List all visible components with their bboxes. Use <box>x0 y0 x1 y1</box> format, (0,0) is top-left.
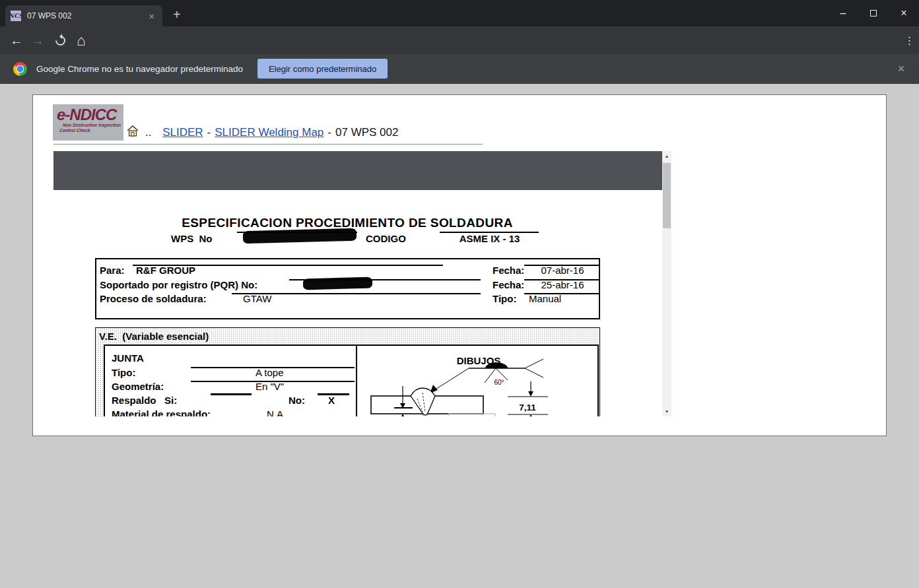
content-container: e-NDICC Non Destructive Inspection Contr… <box>32 94 887 436</box>
para-label: Para: <box>100 265 125 276</box>
fecha1-value: 07-abr-16 <box>526 265 599 276</box>
junta-tipo-value: A tope <box>255 367 284 378</box>
weld-bead <box>411 388 435 415</box>
tab-close-icon[interactable]: × <box>146 11 157 22</box>
geometria-label: Geometría: <box>112 381 164 392</box>
header-info-box: Para: R&F GROUP Fecha: 07-abr-16 Soporta… <box>95 258 600 319</box>
para-value: R&F GROUP <box>136 265 195 276</box>
logo-title: e-NDICC <box>53 107 123 123</box>
tab-title: 07 WPS 002 <box>27 11 146 20</box>
pqr-underline <box>289 279 481 280</box>
tipo-value: Manual <box>529 293 561 304</box>
scrollbar-thumb[interactable] <box>663 163 671 228</box>
fecha2-label: Fecha: <box>493 279 524 290</box>
browser-tab[interactable]: NCS 07 WPS 002 × <box>5 5 162 26</box>
ve-header: V.E. (Variable esencial) <box>99 331 209 342</box>
breadcrumb-rule <box>53 144 483 145</box>
maximize-button[interactable] <box>858 0 889 26</box>
breadcrumb-link-welding-map[interactable]: SLIDER Welding Map <box>215 126 323 139</box>
tipo-label: Tipo: <box>493 293 516 304</box>
endicc-logo: e-NDICC Non Destructive Inspection Contr… <box>53 104 123 141</box>
codigo-label: CODIGO <box>366 233 406 244</box>
logo-subtitle-2: Control Check <box>53 128 123 133</box>
menu-dots-icon[interactable]: ⋮ <box>900 26 919 54</box>
ve-inner-box: JUNTA Tipo: A tope Geometría: En "V" Res… <box>104 344 599 416</box>
site-favicon: NCS <box>11 11 21 21</box>
maximize-icon <box>870 10 877 16</box>
browser-toolbar: ← → ⌂ i No es seguro evirtual/documentos… <box>0 26 919 54</box>
respaldo-no-value: X <box>328 395 335 406</box>
home-icon[interactable]: ⌂ <box>71 26 91 54</box>
respaldo-no-label: No: <box>289 395 305 406</box>
wps-no-redaction <box>243 228 357 244</box>
breadcrumb-link-slider[interactable]: SLIDER <box>162 126 203 139</box>
close-window-button[interactable]: × <box>889 0 919 26</box>
ve-section: V.E. (Variable esencial) JUNTA Tipo: A t… <box>95 327 600 416</box>
codigo-underline <box>440 232 539 233</box>
chrome-logo-icon <box>13 62 27 76</box>
browser-titlebar: NCS 07 WPS 002 × + – × <box>0 0 919 26</box>
junta-tipo-label: Tipo: <box>112 367 135 378</box>
scroll-down-icon[interactable]: ▾ <box>662 407 671 416</box>
back-icon[interactable]: ← <box>7 26 26 54</box>
set-default-button[interactable]: Elegir como predeterminado <box>257 59 388 79</box>
forward-icon[interactable]: → <box>28 26 48 54</box>
fecha1-underline <box>524 265 599 266</box>
groove-angle: 60° <box>494 379 504 386</box>
proceso-value: GTAW <box>243 293 271 304</box>
infobar-close-icon[interactable]: × <box>893 54 910 84</box>
breadcrumb-home-icon[interactable] <box>127 125 139 140</box>
wps-document: ESPECIFICACION PROCEDIMIENTO DE SOLDADUR… <box>53 151 662 416</box>
document-scrollbar[interactable]: ▴ ▾ <box>662 151 671 416</box>
logo-subtitle-1: Non Destructive Inspection <box>53 123 123 128</box>
wps-no-underline <box>237 232 357 233</box>
default-browser-infobar: Google Chrome no es tu navegador predete… <box>0 54 919 84</box>
reload-icon[interactable] <box>50 26 70 54</box>
breadcrumb-dots: .. <box>145 126 151 139</box>
scroll-up-icon[interactable]: ▴ <box>662 151 671 161</box>
breadcrumb: .. SLIDER - SLIDER Welding Map - 07 WPS … <box>127 124 398 141</box>
breadcrumb-separator-2: - <box>327 126 331 139</box>
proceso-label: Proceso de soldadura: <box>100 293 207 304</box>
material-label: Material de respaldo: <box>112 408 211 416</box>
breadcrumb-separator: - <box>207 126 211 139</box>
geometria-underline <box>191 381 355 382</box>
pqr-label: Soportado por registro (PQR) No: <box>100 279 257 290</box>
minimize-button[interactable]: – <box>828 0 858 26</box>
tipo-underline <box>524 293 599 294</box>
infobar-message: Google Chrome no es tu navegador predete… <box>36 64 243 74</box>
fecha1-label: Fecha: <box>493 265 524 276</box>
proceso-underline <box>232 293 481 294</box>
weld-drawing: DIBUJOS 60° <box>355 346 599 416</box>
breadcrumb-current: 07 WPS 002 <box>335 126 398 139</box>
junta-label: JUNTA <box>112 352 144 364</box>
window-controls: – × <box>828 0 919 26</box>
fecha2-value: 25-abr-16 <box>526 279 599 290</box>
respaldo-si-underline <box>211 393 252 395</box>
document-viewer: ESPECIFICACION PROCEDIMIENTO DE SOLDADUR… <box>53 151 671 416</box>
junta-tipo-underline <box>191 367 355 368</box>
wps-no-label: WPS No <box>171 233 213 244</box>
new-tab-button[interactable]: + <box>173 8 181 21</box>
material-value: N.A <box>267 408 283 416</box>
page-background: e-NDICC Non Destructive Inspection Contr… <box>0 84 919 588</box>
respaldo-label: Respaldo Si: <box>112 395 177 406</box>
fecha2-underline <box>524 279 599 280</box>
para-underline <box>133 265 443 266</box>
geometria-value: En "V" <box>255 381 284 392</box>
codigo-value: ASME IX - 13 <box>442 233 537 244</box>
respaldo-no-underline <box>318 393 349 395</box>
dimension-value: 7,11 <box>519 403 536 412</box>
